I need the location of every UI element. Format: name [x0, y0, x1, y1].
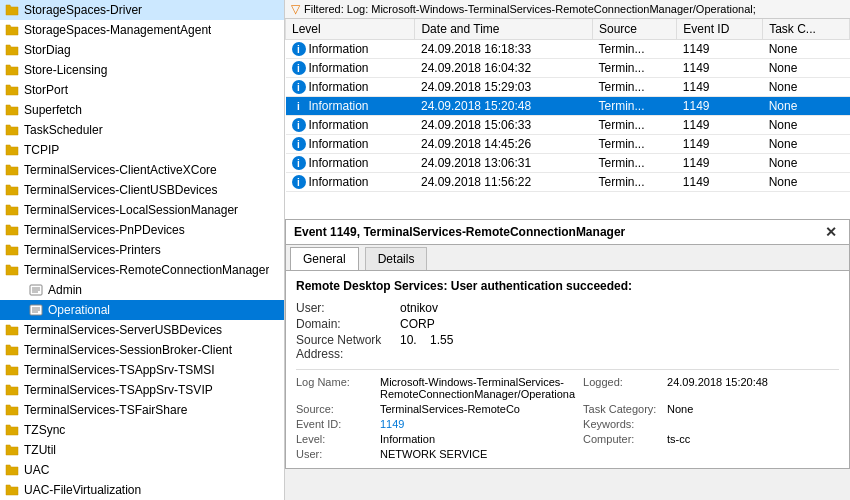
folder-icon — [4, 342, 20, 358]
sidebar-item-label: TerminalServices-ClientUSBDevices — [24, 183, 217, 197]
close-button[interactable]: ✕ — [821, 224, 841, 240]
sidebar-item-label: UAC — [24, 463, 49, 477]
table-row[interactable]: iInformation24.09.2018 15:20:48Termin...… — [286, 97, 850, 116]
sidebar-item-label: Superfetch — [24, 103, 82, 117]
info-icon: i — [292, 80, 306, 94]
meta-logname: Log Name: Microsoft-Windows-TerminalServ… — [296, 376, 575, 400]
cell-datetime: 24.09.2018 11:56:22 — [415, 173, 593, 192]
sidebar-item-label: Admin — [48, 283, 82, 297]
folder-icon — [4, 382, 20, 398]
sidebar-item-label: TZUtil — [24, 443, 56, 457]
cell-datetime: 24.09.2018 15:06:33 — [415, 116, 593, 135]
sidebar-item-ts-fairshare[interactable]: TerminalServices-TSFairShare — [0, 400, 284, 420]
table-row[interactable]: iInformation24.09.2018 14:45:26Termin...… — [286, 135, 850, 154]
cell-task: None — [763, 116, 850, 135]
sidebar-item-ts-remoteconn[interactable]: TerminalServices-RemoteConnectionManager — [0, 260, 284, 280]
cell-datetime: 24.09.2018 16:18:33 — [415, 40, 593, 59]
folder-icon — [4, 322, 20, 338]
table-row[interactable]: iInformation24.09.2018 15:06:33Termin...… — [286, 116, 850, 135]
user-label: User: — [296, 301, 396, 315]
col-task[interactable]: Task C... — [763, 19, 850, 40]
event-table: Level Date and Time Source Event ID Task… — [285, 19, 850, 192]
table-row[interactable]: iInformation24.09.2018 16:18:33Termin...… — [286, 40, 850, 59]
tab-general[interactable]: General — [290, 247, 359, 270]
meta-source: Source: TerminalServices-RemoteCo — [296, 403, 575, 415]
sidebar-item-ts-pnp[interactable]: TerminalServices-PnPDevices — [0, 220, 284, 240]
cell-source: Termin... — [593, 173, 677, 192]
folder-icon — [4, 62, 20, 78]
folder-icon — [4, 482, 20, 498]
sidebar-item-label: TerminalServices-ServerUSBDevices — [24, 323, 222, 337]
sidebar-item-label: TerminalServices-SessionBroker-Client — [24, 343, 232, 357]
sidebar-item-store-licensing[interactable]: Store-Licensing — [0, 60, 284, 80]
logname-label: Log Name: — [296, 376, 376, 400]
cell-task: None — [763, 154, 850, 173]
sidebar-item-label: Operational — [48, 303, 110, 317]
cell-datetime: 24.09.2018 16:04:32 — [415, 59, 593, 78]
filter-icon: ▽ — [291, 2, 300, 16]
sidebar-item-uac-filevirt[interactable]: UAC-FileVirtualization — [0, 480, 284, 500]
cell-datetime: 24.09.2018 15:29:03 — [415, 78, 593, 97]
domain-label: Domain: — [296, 317, 396, 331]
col-level[interactable]: Level — [286, 19, 415, 40]
info-icon: i — [292, 118, 306, 132]
sidebar-item-ts-tsmsi[interactable]: TerminalServices-TSAppSrv-TSMSI — [0, 360, 284, 380]
domain-value: CORP — [400, 317, 839, 331]
cell-level: iInformation — [286, 59, 415, 78]
logged-value: 24.09.2018 15:20:48 — [667, 376, 768, 400]
table-row[interactable]: iInformation24.09.2018 13:06:31Termin...… — [286, 154, 850, 173]
level-value: Information — [380, 433, 435, 445]
sidebar-item-label: TaskScheduler — [24, 123, 103, 137]
task-cat-value: None — [667, 403, 693, 415]
sidebar-item-label: TerminalServices-TSAppSrv-TSVIP — [24, 383, 213, 397]
sidebar-item-label: TZSync — [24, 423, 65, 437]
table-row[interactable]: iInformation24.09.2018 15:29:03Termin...… — [286, 78, 850, 97]
sidebar-item-label: TerminalServices-PnPDevices — [24, 223, 185, 237]
table-row[interactable]: iInformation24.09.2018 16:04:32Termin...… — [286, 59, 850, 78]
cell-eventid: 1149 — [677, 59, 763, 78]
sidebar-item-admin[interactable]: Admin — [0, 280, 284, 300]
sidebar-item-ts-localsession[interactable]: TerminalServices-LocalSessionManager — [0, 200, 284, 220]
sidebar-item-tcpip[interactable]: TCPIP — [0, 140, 284, 160]
sidebar-item-label: StorDiag — [24, 43, 71, 57]
logname-value: Microsoft-Windows-TerminalServices-Remot… — [380, 376, 575, 400]
sidebar-item-ts-serverusb[interactable]: TerminalServices-ServerUSBDevices — [0, 320, 284, 340]
level-text: Information — [309, 118, 369, 132]
tab-details[interactable]: Details — [365, 247, 428, 270]
eventid-value: 1149 — [380, 418, 404, 430]
table-row[interactable]: iInformation24.09.2018 11:56:22Termin...… — [286, 173, 850, 192]
event-table-container[interactable]: Level Date and Time Source Event ID Task… — [285, 19, 850, 219]
folder-icon — [4, 262, 20, 278]
cell-source: Termin... — [593, 40, 677, 59]
col-source[interactable]: Source — [593, 19, 677, 40]
cell-eventid: 1149 — [677, 97, 763, 116]
folder-icon — [4, 422, 20, 438]
folder-icon — [4, 222, 20, 238]
sidebar: StorageSpaces-DriverStorageSpaces-Manage… — [0, 0, 285, 500]
sidebar-item-ts-clientusb[interactable]: TerminalServices-ClientUSBDevices — [0, 180, 284, 200]
sidebar-item-tzsync[interactable]: TZSync — [0, 420, 284, 440]
sidebar-item-ts-tsvip[interactable]: TerminalServices-TSAppSrv-TSVIP — [0, 380, 284, 400]
sidebar-item-tzutil[interactable]: TZUtil — [0, 440, 284, 460]
computer-label: Computer: — [583, 433, 663, 445]
sidebar-item-taskscheduler[interactable]: TaskScheduler — [0, 120, 284, 140]
user-value: otnikov — [400, 301, 839, 315]
sidebar-item-uac[interactable]: UAC — [0, 460, 284, 480]
cell-task: None — [763, 173, 850, 192]
sidebar-item-ts-clientactivexcore[interactable]: TerminalServices-ClientActiveXCore — [0, 160, 284, 180]
sidebar-item-superfetch[interactable]: Superfetch — [0, 100, 284, 120]
col-datetime[interactable]: Date and Time — [415, 19, 593, 40]
sidebar-item-label: TerminalServices-Printers — [24, 243, 161, 257]
sidebar-item-label: UAC-FileVirtualization — [24, 483, 141, 497]
sidebar-item-operational[interactable]: Operational — [0, 300, 284, 320]
sidebar-item-storport[interactable]: StorPort — [0, 80, 284, 100]
sidebar-item-ts-sessionbroker[interactable]: TerminalServices-SessionBroker-Client — [0, 340, 284, 360]
sidebar-item-stordiag[interactable]: StorDiag — [0, 40, 284, 60]
col-eventid[interactable]: Event ID — [677, 19, 763, 40]
sidebar-item-ts-printers[interactable]: TerminalServices-Printers — [0, 240, 284, 260]
folder-icon — [4, 202, 20, 218]
filter-bar: ▽ Filtered: Log: Microsoft-Windows-Termi… — [285, 0, 850, 19]
sidebar-item-storage-spaces-driver[interactable]: StorageSpaces-Driver — [0, 0, 284, 20]
cell-eventid: 1149 — [677, 40, 763, 59]
sidebar-item-storage-spaces-mgmt[interactable]: StorageSpaces-ManagementAgent — [0, 20, 284, 40]
